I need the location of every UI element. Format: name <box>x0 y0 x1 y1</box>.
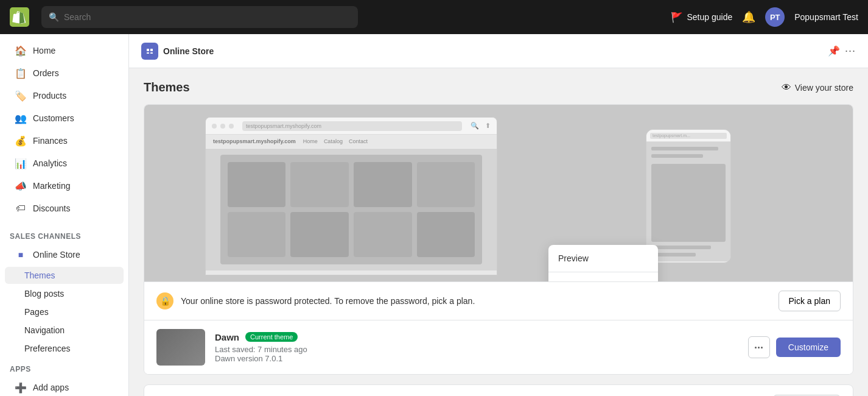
discounts-icon: 🏷 <box>15 202 27 214</box>
sidebar-sub-item-navigation[interactable]: Navigation <box>5 322 124 339</box>
eye-icon: 👁 <box>782 82 791 93</box>
browser-nav-links: Home Catalog Contact <box>303 138 368 144</box>
sidebar-item-label: Customers <box>33 113 74 123</box>
sidebar-item-online-store[interactable]: ■ Online Store <box>5 244 124 266</box>
browser-share-icon: ⬆ <box>485 122 491 130</box>
sidebar-sub-item-blog-posts[interactable]: Blog posts <box>5 285 124 302</box>
browser-content-inner <box>220 155 482 264</box>
mobile-row <box>651 246 711 249</box>
svg-rect-2 <box>147 49 149 51</box>
browser-search-icon: 🔍 <box>471 122 479 130</box>
theme-version: Dawn version 7.0.1 <box>215 354 748 363</box>
sidebar-item-label: Orders <box>33 68 59 78</box>
browser-content <box>206 149 497 270</box>
content-area: Online Store 📌 ··· Themes 👁 View your st… <box>129 34 868 396</box>
dot-2 <box>758 347 760 348</box>
theme-library-header: Theme library Add theme ▾ <box>144 385 853 396</box>
password-warning-text: Your online store is password protected.… <box>181 296 771 306</box>
breadcrumb-icon <box>141 43 158 60</box>
browser-mockup: testpopupsmart.myshopify.com 🔍 ⬆ testpop… <box>205 117 497 275</box>
context-menu-rename[interactable]: Rename <box>548 275 658 281</box>
sidebar-nav: 🏠 Home 📋 Orders 🏷️ Products 👥 Customers … <box>0 34 128 225</box>
search-input[interactable] <box>64 12 351 22</box>
sidebar-item-orders[interactable]: 📋 Orders <box>5 62 124 84</box>
sidebar-item-label: Analytics <box>33 158 67 168</box>
sidebar-item-label: Finances <box>33 136 68 146</box>
topbar: 🔍 🚩 Setup guide 🔔 PT Popupsmart Test <box>0 0 868 34</box>
theme-card: testpopupsmart.myshopify.com 🔍 ⬆ testpop… <box>144 104 853 375</box>
sidebar-item-products[interactable]: 🏷️ Products <box>5 85 124 107</box>
orders-icon: 📋 <box>15 67 27 79</box>
browser-nav: testpopupsmart.myshopify.com Home Catalo… <box>206 135 497 149</box>
mobile-bar: testpopupsmart.m... <box>646 130 730 142</box>
mobile-row <box>651 147 718 150</box>
avatar: PT <box>765 7 785 27</box>
online-store-icon: ■ <box>15 249 27 261</box>
layout: 🏠 Home 📋 Orders 🏷️ Products 👥 Customers … <box>0 34 868 396</box>
theme-last-saved: Last saved: 7 minutes ago <box>215 345 748 354</box>
sidebar-sub-item-themes[interactable]: Themes <box>5 267 124 284</box>
theme-thumbnail-image <box>156 329 205 366</box>
current-theme-badge: Current theme <box>245 332 298 342</box>
page-header: Themes 👁 View your store <box>144 80 853 94</box>
sidebar-item-analytics[interactable]: 📊 Analytics <box>5 152 124 174</box>
mobile-url: testpopupsmart.m... <box>650 133 727 139</box>
page-title: Themes <box>144 80 190 94</box>
theme-more-options-button[interactable] <box>748 336 770 358</box>
theme-details: Dawn Current theme Last saved: 7 minutes… <box>215 332 748 363</box>
main-content: Themes 👁 View your store <box>129 68 868 396</box>
svg-rect-1 <box>145 46 155 56</box>
products-icon: 🏷️ <box>15 90 27 102</box>
store-logo-text: testpopupsmart.myshopify.com <box>213 138 296 144</box>
sidebar-sub-item-preferences[interactable]: Preferences <box>5 340 124 357</box>
sidebar-item-finances[interactable]: 💰 Finances <box>5 130 124 152</box>
theme-preview: testpopupsmart.myshopify.com 🔍 ⬆ testpop… <box>144 105 853 281</box>
mobile-row <box>651 154 703 158</box>
sidebar: 🏠 Home 📋 Orders 🏷️ Products 👥 Customers … <box>0 34 129 396</box>
setup-guide-button[interactable]: 🚩 Setup guide <box>671 12 732 23</box>
logo[interactable] <box>10 7 29 27</box>
browser-dot <box>229 124 234 129</box>
store-name: Popupsmart Test <box>794 12 858 22</box>
customers-icon: 👥 <box>15 112 27 124</box>
sidebar-item-add-apps[interactable]: ➕ Add apps <box>5 377 124 396</box>
online-store-label: Online Store <box>33 250 80 260</box>
sidebar-item-marketing[interactable]: 📣 Marketing <box>5 175 124 197</box>
pin-button[interactable]: 📌 <box>828 45 840 57</box>
theme-name: Dawn <box>215 332 239 342</box>
browser-bar: testpopupsmart.myshopify.com 🔍 ⬆ <box>206 118 497 135</box>
sidebar-item-label: Marketing <box>33 181 70 191</box>
breadcrumb-bar: Online Store 📌 ··· <box>129 34 868 68</box>
context-menu-preview[interactable]: Preview <box>548 247 658 269</box>
breadcrumb-title: Online Store <box>163 46 214 56</box>
apps-label: Apps <box>0 358 128 376</box>
theme-info-bar: Dawn Current theme Last saved: 7 minutes… <box>144 320 853 374</box>
sidebar-item-label: Discounts <box>33 203 70 213</box>
mobile-mockup: testpopupsmart.m... <box>646 129 731 263</box>
browser-dot <box>220 124 225 129</box>
sidebar-item-label: Home <box>33 46 55 55</box>
lock-icon: 🔒 <box>156 292 173 309</box>
sidebar-item-customers[interactable]: 👥 Customers <box>5 107 124 129</box>
sidebar-item-home[interactable]: 🏠 Home <box>5 40 124 62</box>
view-store-button[interactable]: 👁 View your store <box>782 82 853 93</box>
dot-3 <box>761 347 763 348</box>
sidebar-sub: Themes Blog posts Pages Navigation Prefe… <box>0 266 128 358</box>
context-menu: Preview Rename Duplicate Download theme … <box>548 245 658 281</box>
browser-dot <box>212 124 217 129</box>
more-button[interactable]: ··· <box>845 44 856 57</box>
customize-button[interactable]: Customize <box>776 338 841 357</box>
marketing-icon: 📣 <box>15 180 27 192</box>
svg-rect-3 <box>150 49 153 51</box>
svg-rect-4 <box>147 52 149 54</box>
sidebar-item-discounts[interactable]: 🏷 Discounts <box>5 197 124 219</box>
dot-1 <box>755 347 757 348</box>
theme-thumbnail <box>156 329 205 366</box>
sidebar-sub-item-pages[interactable]: Pages <box>5 303 124 320</box>
analytics-icon: 📊 <box>15 157 27 169</box>
bell-icon[interactable]: 🔔 <box>742 10 755 24</box>
pick-plan-button[interactable]: Pick a plan <box>779 291 841 311</box>
svg-rect-5 <box>150 52 153 54</box>
search-bar[interactable]: 🔍 <box>41 6 358 28</box>
sidebar-item-label: Products <box>33 91 66 101</box>
